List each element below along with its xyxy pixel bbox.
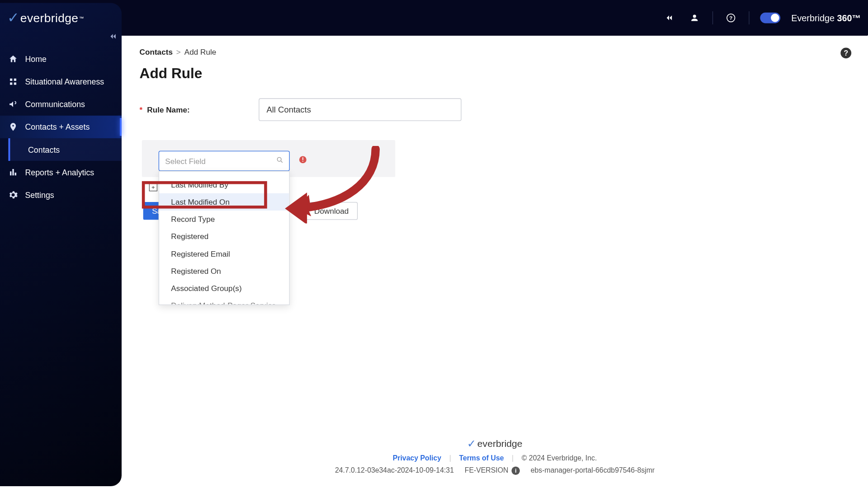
help-icon[interactable]: ? xyxy=(724,11,738,25)
svg-rect-4 xyxy=(302,161,303,162)
divider xyxy=(712,11,713,24)
dropdown-item[interactable]: DeliveryMethod-Pager Service xyxy=(159,297,289,305)
privacy-link[interactable]: Privacy Policy xyxy=(393,454,441,462)
select-placeholder: Select Field xyxy=(165,156,206,165)
home-icon xyxy=(8,54,18,64)
logo-tm: ™ xyxy=(79,15,84,21)
dropdown-item[interactable]: Associated Group(s) xyxy=(159,279,289,296)
nav-settings[interactable]: Settings xyxy=(0,183,122,206)
breadcrumb-current: Add Rule xyxy=(184,47,217,56)
dropdown-item[interactable]: Last Modified By xyxy=(159,176,289,193)
footer-meta: 24.7.0.12-03e34ac-2024-10-09-14:31 FE-VE… xyxy=(122,466,868,474)
collapse-icon[interactable] xyxy=(662,11,677,25)
rule-panel: Select Field Created OnLast Modified ByL… xyxy=(142,140,395,177)
breadcrumb-sep: > xyxy=(176,47,181,56)
info-icon[interactable]: i xyxy=(511,466,519,474)
footer-logo: ✓ everbridge xyxy=(467,437,522,450)
nav-label: Settings xyxy=(25,190,54,199)
footer-links: Privacy Policy | Terms of Use | © 2024 E… xyxy=(122,454,868,462)
pod-text: ebs-manager-portal-66cdb97546-8sjmr xyxy=(531,466,655,474)
top-header: ✓ everbridge ™ ? Everbridge 360™ xyxy=(0,0,868,36)
download-button[interactable]: Download xyxy=(305,202,358,220)
svg-text:?: ? xyxy=(730,15,733,21)
dropdown-item[interactable]: Created On xyxy=(159,172,289,176)
select-field-wrap: Select Field Created OnLast Modified ByL… xyxy=(159,151,290,171)
pin-icon xyxy=(8,122,18,131)
page-help-icon[interactable]: ? xyxy=(840,47,851,58)
warning-icon xyxy=(298,155,307,166)
svg-line-6 xyxy=(281,161,283,163)
copyright: © 2024 Everbridge, Inc. xyxy=(522,454,597,462)
nav-label: Situational Awareness xyxy=(25,77,104,86)
divider: | xyxy=(512,454,514,462)
logo[interactable]: ✓ everbridge ™ xyxy=(7,9,84,26)
nav-label: Communications xyxy=(25,100,85,109)
version-text: 24.7.0.12-03e34ac-2024-10-09-14:31 xyxy=(335,466,454,474)
dropdown-item[interactable]: Registered Email xyxy=(159,245,289,262)
sitaware-icon xyxy=(8,77,18,86)
nav-label: Home xyxy=(25,55,46,64)
svg-point-5 xyxy=(277,157,281,161)
dropdown-item[interactable]: Last Modified On xyxy=(159,193,289,210)
svg-rect-3 xyxy=(302,157,303,160)
nav-sub-contacts[interactable]: Contacts xyxy=(8,138,122,161)
nav-communications[interactable]: Communications xyxy=(0,93,122,116)
brand-360: Everbridge 360™ xyxy=(791,13,861,23)
megaphone-icon xyxy=(8,99,18,109)
rule-name-input[interactable] xyxy=(259,99,461,121)
page-title: Add Rule xyxy=(140,65,850,82)
divider: | xyxy=(449,454,451,462)
rule-name-label: * Rule Name: xyxy=(140,105,259,114)
sidebar: Home Situational Awareness Communication… xyxy=(0,3,122,486)
sidebar-collapse-icon[interactable] xyxy=(108,32,118,42)
dropdown-item[interactable]: Registered xyxy=(159,228,289,245)
breadcrumb: Contacts > Add Rule xyxy=(140,47,850,56)
breadcrumb-root[interactable]: Contacts xyxy=(140,47,173,56)
terms-link[interactable]: Terms of Use xyxy=(459,454,504,462)
select-field-dropdown[interactable]: Select Field xyxy=(159,151,290,171)
header-right: ? Everbridge 360™ xyxy=(662,11,861,25)
toggle-knob xyxy=(771,14,779,22)
logo-mark-icon: ✓ xyxy=(7,9,19,26)
nav-label: Contacts + Assets xyxy=(25,122,90,131)
nav-label: Reports + Analytics xyxy=(25,168,94,177)
nav-home[interactable]: Home xyxy=(0,47,122,70)
nav-situational[interactable]: Situational Awareness xyxy=(0,70,122,93)
user-icon[interactable] xyxy=(688,11,702,25)
search-icon xyxy=(276,156,284,165)
nav-reports[interactable]: Reports + Analytics xyxy=(0,161,122,183)
nav-list: Home Situational Awareness Communication… xyxy=(0,47,122,206)
gear-icon xyxy=(8,190,18,200)
required-star-icon: * xyxy=(140,105,143,114)
dropdown-item[interactable]: Registered On xyxy=(159,262,289,279)
nav-contacts-assets[interactable]: Contacts + Assets xyxy=(0,116,122,138)
chart-icon xyxy=(8,168,18,177)
logo-text: everbridge xyxy=(20,11,79,24)
logo-mark-icon: ✓ xyxy=(467,437,476,450)
nav-sub-label: Contacts xyxy=(28,145,60,154)
toggle-360[interactable] xyxy=(760,13,781,23)
rule-name-row: * Rule Name: xyxy=(140,99,850,121)
main-content: ? Contacts > Add Rule Add Rule * Rule Na… xyxy=(122,36,868,486)
dropdown-item[interactable]: Record Type xyxy=(159,211,289,228)
plus-icon: + xyxy=(149,183,157,191)
field-dropdown: Created OnLast Modified ByLast Modified … xyxy=(159,171,290,305)
divider xyxy=(749,11,750,24)
footer: ✓ everbridge Privacy Policy | Terms of U… xyxy=(122,432,868,486)
fe-version: FE-VERSION i xyxy=(465,466,520,474)
